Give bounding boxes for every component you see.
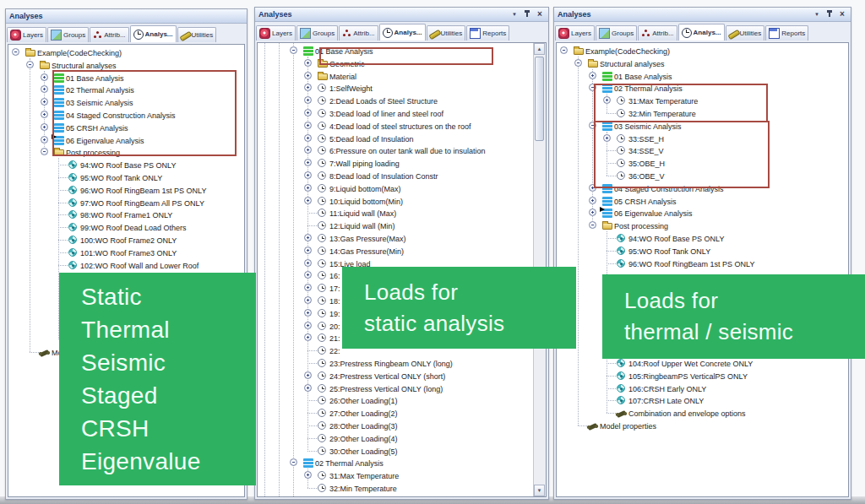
- close-button[interactable]: ×: [837, 10, 847, 19]
- menu-down-button[interactable]: ▼: [509, 10, 520, 19]
- expander-plus[interactable]: [589, 197, 596, 204]
- tree-row[interactable]: 99:WO Roof Dead Load Others: [8, 221, 244, 234]
- tab-groups[interactable]: Groups: [47, 27, 89, 42]
- tree-row[interactable]: 12:Liquid wall (Min): [258, 219, 546, 232]
- tree-row[interactable]: 5:Dead load of Insulation: [258, 133, 546, 145]
- expander-minus[interactable]: [574, 59, 582, 67]
- tree-row[interactable]: Structural analyses: [557, 57, 848, 70]
- tab-reports[interactable]: Reports: [466, 25, 509, 41]
- tree-row[interactable]: 9:Liquid bottom(Max): [258, 182, 546, 195]
- expander-plus[interactable]: [304, 109, 312, 117]
- tree-row[interactable]: 06 Eigenvalue Analysis: [557, 207, 848, 219]
- tab-groups[interactable]: Groups: [596, 25, 637, 41]
- tab-attrib[interactable]: Attrib...: [90, 27, 128, 42]
- expander-minus[interactable]: [41, 148, 48, 155]
- tree-row[interactable]: Example(CodeChecking): [557, 45, 848, 57]
- expander-plus[interactable]: [290, 496, 297, 497]
- tab-utilities[interactable]: Utilities: [427, 25, 466, 41]
- expander-minus[interactable]: [12, 48, 19, 56]
- tree-row[interactable]: 96:WO Roof RingBeam 1st PS ONLY: [557, 257, 848, 270]
- tab-reports[interactable]: Reports: [765, 25, 808, 41]
- tab-groups[interactable]: Groups: [296, 25, 338, 41]
- scroll-down-button[interactable]: ▼: [534, 485, 545, 496]
- expander-plus[interactable]: [304, 384, 312, 392]
- tree-row[interactable]: 104:Roof Upper Wet Concrete ONLY: [557, 357, 848, 370]
- tree-row[interactable]: Material: [258, 70, 546, 83]
- tree-row[interactable]: 102:WO Roof Wall and Lower Roof: [8, 259, 244, 272]
- pin-button[interactable]: [522, 10, 532, 19]
- expander-plus[interactable]: [589, 72, 596, 79]
- tree-row[interactable]: 98:WO Roof Frame1 ONLY: [8, 209, 244, 221]
- tree-row[interactable]: 32:Min Temperature: [258, 482, 546, 495]
- tree-row[interactable]: 97:WO Roof RingBeam All PS ONLY: [8, 197, 244, 209]
- tree-row[interactable]: 01 Base Analysis: [557, 70, 848, 83]
- tree-row[interactable]: 1:SelfWeight: [258, 82, 546, 95]
- tree-row[interactable]: 105:RingbeamPS VerticalPS ONLY: [557, 370, 848, 382]
- tree-row[interactable]: 101:WO Roof Frame3 ONLY: [8, 247, 244, 259]
- tree-row[interactable]: 94:WO Roof Base PS ONLY: [8, 159, 244, 171]
- tab-utilities[interactable]: Utilities: [726, 25, 765, 41]
- tree-row[interactable]: 2:Dead Loads of Steel Structure: [258, 95, 546, 107]
- expander-plus[interactable]: [304, 271, 312, 279]
- tree-row[interactable]: 02 Thermal Analysis: [258, 457, 546, 469]
- expander-plus[interactable]: [41, 136, 48, 144]
- tree-row[interactable]: 25:Prestress Vertical ONLY (long): [258, 382, 546, 395]
- tree-row[interactable]: Combination and envelope options: [557, 407, 848, 420]
- expander-plus[interactable]: [589, 209, 596, 216]
- tree-row[interactable]: 10:Liquid bottom(Min): [258, 195, 546, 208]
- tree-row[interactable]: 30:Other Loading(5): [258, 445, 546, 458]
- tree-row[interactable]: Model properties: [557, 420, 848, 432]
- tree-row[interactable]: 106:CRSH Early ONLY: [557, 382, 848, 395]
- tab-attrib[interactable]: Attrib...: [638, 25, 677, 41]
- tree-row[interactable]: 23:Prestress Ringbeam ONLY (long): [258, 357, 546, 370]
- tree-row[interactable]: 7:Wall piping loading: [258, 157, 546, 170]
- tab-utilities[interactable]: Utilities: [177, 27, 217, 42]
- tree-row[interactable]: 95:WO Roof Tank ONLY: [8, 171, 244, 184]
- tree-row[interactable]: 95:WO Roof Tank ONLY: [557, 245, 848, 257]
- expander-plus[interactable]: [304, 296, 312, 304]
- expander-minus[interactable]: [290, 458, 297, 466]
- tree-row[interactable]: 28:Other Loading(3): [258, 420, 546, 432]
- expander-plus[interactable]: [304, 309, 312, 317]
- pin-button[interactable]: [824, 10, 835, 19]
- expander-plus[interactable]: [304, 322, 312, 329]
- expander-plus[interactable]: [304, 471, 312, 479]
- expander-plus[interactable]: [304, 371, 312, 379]
- tree-row[interactable]: 24:Prestress Vertical ONLY (short): [258, 370, 546, 382]
- tree-row[interactable]: 29:Other Loading(4): [258, 432, 546, 445]
- tree-row[interactable]: 27:Other Loading(2): [258, 407, 546, 420]
- expander-plus[interactable]: [41, 111, 48, 118]
- expander-plus[interactable]: [41, 85, 48, 93]
- tree-row[interactable]: 31:Max Temperature: [258, 469, 546, 482]
- expander-plus[interactable]: [304, 197, 312, 204]
- expander-plus[interactable]: [304, 96, 312, 104]
- expander-plus[interactable]: [304, 159, 312, 166]
- tab-layers[interactable]: Layers: [7, 27, 46, 42]
- tree-row[interactable]: Example(CodeChecking): [8, 46, 244, 59]
- tree-container[interactable]: Example(CodeChecking)Structural analyses…: [556, 42, 849, 497]
- tree-row[interactable]: 05 CRSH Analysis: [557, 195, 848, 208]
- expander-plus[interactable]: [304, 284, 312, 291]
- expander-plus[interactable]: [304, 259, 312, 267]
- tree-row[interactable]: 4:Dead load of steel structures on the r…: [258, 120, 546, 133]
- panel-titlebar[interactable]: Analyses: [6, 9, 247, 24]
- expander-plus[interactable]: [41, 73, 48, 81]
- tree-row[interactable]: 96:WO Roof RingBeam 1st PS ONLY: [8, 184, 244, 197]
- expander-plus[interactable]: [304, 84, 312, 91]
- expander-plus[interactable]: [304, 59, 312, 67]
- tab-layers[interactable]: Layers: [555, 25, 595, 41]
- expander-minus[interactable]: [26, 61, 34, 68]
- tree-row[interactable]: 14:Gas Pressure(Min): [258, 245, 546, 257]
- expander-plus[interactable]: [304, 122, 312, 129]
- expander-plus[interactable]: [304, 171, 312, 179]
- panel-titlebar[interactable]: Analyses▼×: [255, 8, 548, 22]
- tree-row[interactable]: 6:Pressure on outer tank wall due to ins…: [258, 144, 546, 157]
- tree-row[interactable]: 8:Dead load of Insulation Constr: [258, 170, 546, 182]
- expander-plus[interactable]: [304, 184, 312, 192]
- scrollbar-thumb[interactable]: [535, 57, 544, 141]
- menu-down-button[interactable]: ▼: [812, 10, 822, 19]
- expander-plus[interactable]: [304, 134, 312, 142]
- expander-plus[interactable]: [304, 146, 312, 154]
- tab-attrib[interactable]: Attrib...: [339, 25, 378, 41]
- expander-minus[interactable]: [589, 221, 596, 229]
